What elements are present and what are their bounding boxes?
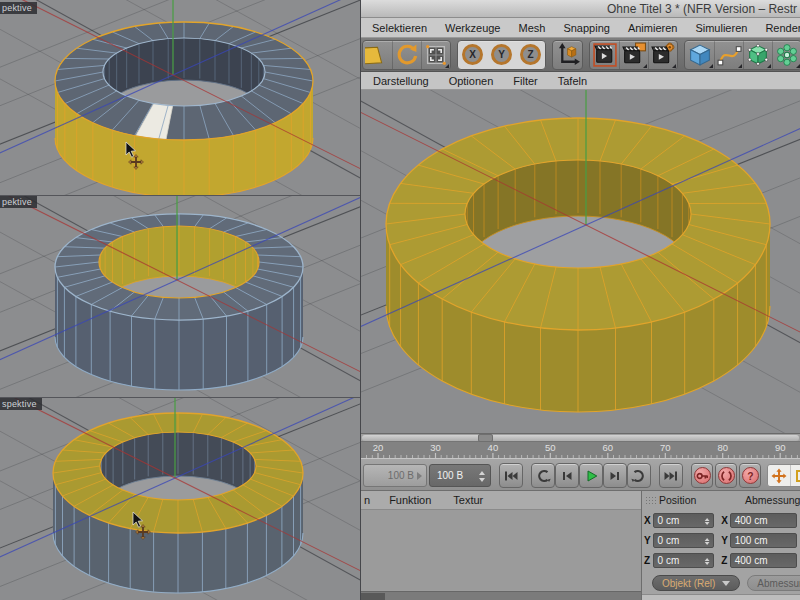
menu-item-rendern[interactable]: Rendern [756,22,800,34]
axis-lock-z-button[interactable]: Z [516,41,545,69]
main-viewport-canvas[interactable] [361,90,800,433]
toolbar-group [684,40,800,70]
position-x-label: X [644,515,653,526]
array-object-icon [774,42,800,68]
stepper-icon[interactable] [705,538,711,545]
viewport-3-canvas[interactable] [0,398,360,600]
toolbar-group: XYZ [457,40,546,70]
play-icon [583,468,599,484]
dimension-y-field[interactable]: 100 cm [730,533,797,548]
record-scale-icon [794,468,800,484]
coordinate-rows: X0 cmX400 cmY0 cmY100 cmZ0 cmZ400 cm [642,512,800,569]
array-object-button[interactable] [772,41,800,69]
viewport-2-canvas[interactable] [0,196,360,397]
viewport-perspective-1[interactable]: pektive [0,0,360,196]
rotate-tool-button[interactable] [392,41,421,69]
frame-stepper-icon[interactable] [479,471,486,482]
toolbar: XYZ [361,38,800,72]
viewport-menu-item-filter[interactable]: Filter [503,75,547,87]
goto-start-button[interactable] [499,463,523,488]
stepper-icon[interactable] [705,518,711,525]
chevron-down-icon [722,581,730,586]
dimension-z-field[interactable]: 400 cm [730,553,797,568]
viewport-menu-item-darstellung[interactable]: Darstellung [363,75,439,87]
autokeying-button[interactable] [715,463,737,488]
materials-content[interactable] [361,510,641,590]
materials-menu-item-textur[interactable]: Textur [442,494,494,506]
materials-menu-item-n[interactable]: n [361,494,378,506]
dimensions-mode-dropdown[interactable]: Abmessung [747,575,800,591]
subdivision-surface-button[interactable] [743,41,772,69]
play-button[interactable] [579,463,603,488]
menu-item-werkzeuge[interactable]: Werkzeuge [436,22,509,34]
main-viewport[interactable] [361,90,800,433]
axis-lock-x-button[interactable]: X [458,41,487,69]
svg-text:60: 60 [603,442,614,453]
coordinate-row-z: Z0 cmZ400 cm [644,552,800,569]
keyframe-selection-button[interactable]: ? [739,463,761,488]
render-view-button[interactable] [590,41,619,69]
coordinate-system-icon [555,42,581,68]
menu-item-selektieren[interactable]: Selektieren [363,22,436,34]
dimension-x-field[interactable]: 400 cm [730,513,797,528]
viewport-menu-item-tafeln[interactable]: Tafeln [548,75,597,87]
add-cube-button[interactable] [685,41,714,69]
svg-text:40: 40 [488,442,499,453]
record-position-toggle[interactable] [768,465,791,486]
frame-number-field[interactable]: 100 B [429,464,491,487]
timeline-ruler[interactable]: 2030405060708090 [361,442,800,458]
coordinate-mode-value: Objekt (Rel) [662,578,715,589]
svg-text:70: 70 [660,442,671,453]
timeline-scroll-handle[interactable] [362,435,799,441]
add-spline-button[interactable] [714,41,743,69]
stepper-icon[interactable] [705,558,711,565]
menu-item-snapping[interactable]: Snapping [554,22,619,34]
bottom-panels: nFunktionTextur Position Abmessung X0 cm… [361,491,800,600]
menu-item-simulieren[interactable]: Simulieren [686,22,756,34]
previous-frame-button[interactable] [555,463,579,488]
coordinate-system-button[interactable] [553,41,582,69]
timeline-marker[interactable] [478,434,493,442]
timeline-scrollbar[interactable] [361,434,800,442]
toolbar-group [362,40,451,70]
materials-menu-item-funktion[interactable]: Funktion [378,494,442,506]
viewport-1-canvas[interactable] [0,0,360,196]
previous-key-button[interactable] [531,463,555,488]
next-frame-icon [607,468,623,484]
autokeying-icon [719,468,734,484]
position-x-field[interactable]: 0 cm [653,513,715,528]
current-frame-slider[interactable]: 100 B [363,464,427,487]
viewport-perspective-3[interactable]: spektive [0,398,360,600]
panel-grip-icon[interactable] [645,496,656,505]
coordinate-mode-dropdown[interactable]: Objekt (Rel) [652,575,740,591]
position-z-label: Z [644,555,653,566]
autokeying-circle [718,467,735,484]
viewport-3-label: spektive [0,398,42,410]
svg-text:80: 80 [717,442,728,453]
goto-end-button[interactable] [659,463,683,488]
render-to-picture-viewer-button[interactable] [619,41,648,69]
viewport-menu-item-optionen[interactable]: Optionen [439,75,504,87]
record-keyframe-circle [694,467,711,484]
left-viewport-column: pektive pektive spektive [0,0,360,600]
next-frame-button[interactable] [603,463,627,488]
move-tool-partial-button[interactable] [363,41,392,69]
next-key-icon [631,468,647,484]
toolbar-group [589,40,678,70]
position-z-field[interactable]: 0 cm [653,553,715,568]
menu-item-animieren[interactable]: Animieren [619,22,687,34]
coordinate-dropdowns: Objekt (Rel) Abmessung [652,575,800,591]
titlebar[interactable]: Ohne Titel 3 * (NFR Version – Restr [361,0,800,18]
menu-item-mesh[interactable]: Mesh [509,22,554,34]
position-y-field[interactable]: 0 cm [653,533,715,548]
dimension-y-label: Y [721,535,730,546]
record-keyframe-button[interactable] [691,463,713,488]
next-key-button[interactable] [627,463,651,488]
record-scale-toggle[interactable] [791,465,800,486]
render-settings-button[interactable] [648,41,677,69]
viewport-perspective-2[interactable]: pektive [0,196,360,398]
dimensions-mode-value: Abmessung [757,578,800,589]
dimension-z-value: 400 cm [735,555,768,566]
axis-lock-y-button[interactable]: Y [487,41,516,69]
scale-tool-button[interactable] [421,41,450,69]
